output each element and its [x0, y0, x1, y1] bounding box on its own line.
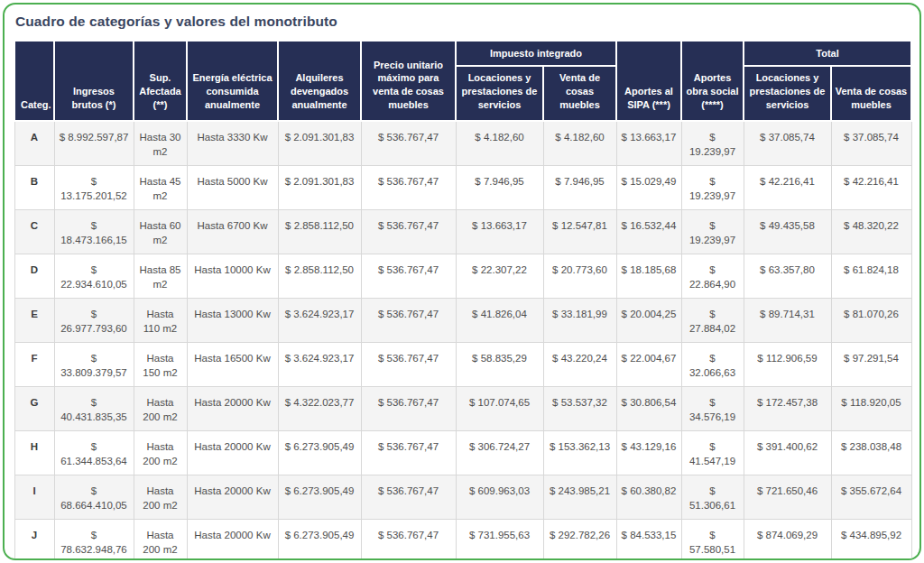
value-cell: Hasta 45 m2 [134, 166, 187, 210]
value-cell: $ 19.239,97 [681, 166, 744, 210]
value-cell: $ 58.835,29 [456, 343, 543, 387]
value-cell: $ 434.895,92 [831, 520, 911, 560]
header-total-locaciones-servicios: Locaciones y prestaciones de servicios [744, 66, 831, 121]
value-cell: $ 6.273.905,49 [278, 475, 361, 520]
value-cell: $ 4.182,60 [543, 121, 616, 166]
value-cell: $ 6.273.905,49 [278, 520, 361, 560]
value-cell: $ 43.129,16 [616, 431, 681, 475]
value-cell: $ 61.344.853,64 [54, 431, 134, 475]
header-categ: Categ. [14, 41, 54, 121]
value-cell: $ 4.322.023,77 [278, 387, 361, 431]
value-cell: $ 107.074,65 [456, 387, 543, 431]
value-cell: $ 49.435,58 [744, 210, 831, 254]
value-cell: $ 89.714,31 [744, 299, 831, 343]
value-cell: $ 26.977.793,60 [54, 299, 134, 343]
value-cell: $ 22.934.610,05 [54, 254, 134, 299]
value-cell: $ 37.085,74 [831, 121, 911, 166]
table-row: B$ 13.175.201,52Hasta 45 m2Hasta 5000 Kw… [14, 166, 911, 210]
value-cell: $ 536.767,47 [361, 520, 456, 560]
category-cell: C [14, 210, 54, 254]
page-title: Cuadro de categorías y valores del monot… [15, 14, 910, 30]
value-cell: $ 536.767,47 [361, 210, 456, 254]
value-cell: $ 22.307,22 [456, 254, 543, 299]
value-cell: Hasta 20000 Kw [187, 387, 278, 431]
value-cell: $ 32.066,63 [681, 343, 744, 387]
value-cell: $ 536.767,47 [361, 166, 456, 210]
value-cell: Hasta 6700 Kw [187, 210, 278, 254]
value-cell: Hasta 20000 Kw [187, 520, 278, 560]
value-cell: $ 48.320,22 [831, 210, 911, 254]
value-cell: $ 97.291,54 [831, 343, 911, 387]
monotributo-table: Categ. Ingresos brutos (*) Sup. Afectada… [14, 40, 912, 560]
value-cell: $ 536.767,47 [361, 431, 456, 475]
value-cell: $ 536.767,47 [361, 254, 456, 299]
category-cell: J [14, 520, 54, 560]
table-row: H$ 61.344.853,64Hasta 200 m2Hasta 20000 … [14, 431, 911, 475]
value-cell: $ 40.431.835,35 [54, 387, 134, 431]
header-precio-unitario: Precio unitario máximo para venta de cos… [361, 41, 456, 121]
value-cell: $ 2.091.301,83 [278, 121, 361, 166]
header-total-venta-muebles: Venta de cosas muebles [831, 66, 911, 121]
value-cell: Hasta 10000 Kw [187, 254, 278, 299]
value-cell: $ 391.400,62 [744, 431, 831, 475]
table-row: C$ 18.473.166,15Hasta 60 m2Hasta 6700 Kw… [14, 210, 911, 254]
value-cell: $ 18.473.166,15 [54, 210, 134, 254]
value-cell: $ 3.624.923,17 [278, 299, 361, 343]
value-cell: $ 84.533,15 [616, 520, 681, 560]
value-cell: $ 13.663,17 [456, 210, 543, 254]
value-cell: $ 874.069,29 [744, 520, 831, 560]
value-cell: $ 33.809.379,57 [54, 343, 134, 387]
value-cell: $ 243.985,21 [543, 475, 616, 520]
value-cell: $ 13.663,17 [616, 121, 681, 166]
value-cell: $ 4.182,60 [456, 121, 543, 166]
category-cell: A [14, 121, 54, 166]
value-cell: $ 43.220,24 [543, 343, 616, 387]
category-cell: B [14, 166, 54, 210]
value-cell: $ 292.782,26 [543, 520, 616, 560]
value-cell: $ 536.767,47 [361, 475, 456, 520]
value-cell: Hasta 110 m2 [134, 299, 187, 343]
category-cell: F [14, 343, 54, 387]
value-cell: Hasta 200 m2 [134, 475, 187, 520]
value-cell: $ 15.029,49 [616, 166, 681, 210]
table-row: D$ 22.934.610,05Hasta 85 m2Hasta 10000 K… [14, 254, 911, 299]
value-cell: Hasta 3330 Kw [187, 121, 278, 166]
value-cell: $ 172.457,38 [744, 387, 831, 431]
value-cell: $ 57.580,51 [681, 520, 744, 560]
header-group-total: Total [744, 41, 911, 66]
value-cell: $ 721.650,46 [744, 475, 831, 520]
value-cell: $ 68.664.410,05 [54, 475, 134, 520]
value-cell: $ 238.038,48 [831, 431, 911, 475]
table-row: J$ 78.632.948,76Hasta 200 m2Hasta 20000 … [14, 520, 911, 560]
category-cell: G [14, 387, 54, 431]
value-cell: $ 7.946,95 [543, 166, 616, 210]
value-cell: $ 2.858.112,50 [278, 210, 361, 254]
value-cell: $ 33.181,99 [543, 299, 616, 343]
value-cell: Hasta 150 m2 [134, 343, 187, 387]
value-cell: Hasta 60 m2 [134, 210, 187, 254]
value-cell: $ 63.357,80 [744, 254, 831, 299]
header-aportes-sipa: Aportes al SIPA (***) [616, 41, 681, 121]
value-cell: $ 30.806,54 [616, 387, 681, 431]
value-cell: $ 20.004,25 [616, 299, 681, 343]
value-cell: $ 22.004,67 [616, 343, 681, 387]
value-cell: $ 13.175.201,52 [54, 166, 134, 210]
value-cell: $ 53.537,32 [543, 387, 616, 431]
header-ingresos-brutos: Ingresos brutos (*) [54, 41, 134, 121]
table-header: Categ. Ingresos brutos (*) Sup. Afectada… [14, 41, 911, 121]
category-cell: E [14, 299, 54, 343]
value-cell: $ 78.632.948,76 [54, 520, 134, 560]
value-cell: $ 81.070,26 [831, 299, 911, 343]
category-cell: I [14, 475, 54, 520]
value-cell: $ 27.884,02 [681, 299, 744, 343]
table-row: F$ 33.809.379,57Hasta 150 m2Hasta 16500 … [14, 343, 911, 387]
value-cell: Hasta 200 m2 [134, 520, 187, 560]
value-cell: $ 536.767,47 [361, 121, 456, 166]
header-superficie-afectada: Sup. Afectada (**) [134, 41, 187, 121]
value-cell: $ 355.672,64 [831, 475, 911, 520]
monotributo-card: Cuadro de categorías y valores del monot… [3, 3, 921, 560]
value-cell: $ 34.576,19 [681, 387, 744, 431]
header-group-impuesto-integrado: Impuesto integrado [456, 41, 616, 66]
value-cell: $ 118.920,05 [831, 387, 911, 431]
value-cell: $ 112.906,59 [744, 343, 831, 387]
